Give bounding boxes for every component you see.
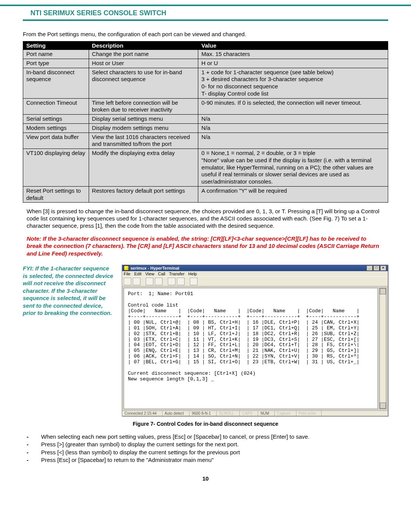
table-cell: Modify the displaying extra delay xyxy=(89,149,198,187)
table-cell: Reset Port settings to default xyxy=(23,186,89,203)
close-button[interactable]: × xyxy=(380,265,386,271)
toolbar-button[interactable] xyxy=(124,278,131,285)
toolbar-button[interactable] xyxy=(177,278,185,285)
table-cell: View port data buffer xyxy=(23,133,89,149)
hyperterminal-window: serimux - HyperTerminal _ □ × FileEditVi… xyxy=(122,265,388,416)
status-segment: Connected 2:15:44 xyxy=(122,411,162,416)
status-segment: CAPS xyxy=(240,411,258,416)
figure-caption: Figure 7- Control Codes for in-band disc… xyxy=(23,421,388,427)
window-buttons: _ □ × xyxy=(366,265,386,271)
table-row: Connection TimeoutTime left before conne… xyxy=(23,98,388,115)
terminal-output: Port: 1; Name: Port01 Control code list … xyxy=(124,288,378,409)
table-header-row: Setting Description Value xyxy=(23,42,388,50)
table-cell: View the last 1016 characters received a… xyxy=(89,133,198,149)
status-segment: SCROLL xyxy=(217,411,240,416)
header-setting: Setting xyxy=(23,42,89,50)
status-segment: NUM xyxy=(258,411,275,416)
window-title: serimux - HyperTerminal xyxy=(131,266,179,270)
list-item: When selecting each new port setting val… xyxy=(27,433,388,441)
minimize-button[interactable]: _ xyxy=(366,265,373,271)
table-cell: Port name xyxy=(23,50,89,59)
document-title: NTI SERIMUX SERIES CONSOLE SWITCH xyxy=(23,9,388,17)
page-number: 10 xyxy=(23,475,388,482)
table-row: Port typeHost or UserH or U xyxy=(23,59,388,68)
paragraph-in-band: When [3] is pressed to change the in-ban… xyxy=(27,208,381,229)
table-cell: N/a xyxy=(198,123,388,133)
table-row: Serial settingsDisplay serial settings m… xyxy=(23,115,388,124)
table-cell: Modem settings xyxy=(23,123,89,133)
header-description: Description xyxy=(89,42,198,50)
menu-item[interactable]: Transfer xyxy=(169,272,185,276)
app-icon xyxy=(124,265,129,271)
menu-item[interactable]: Help xyxy=(188,272,197,276)
table-cell: 0 = None,1 = normal, 2 = double, or 3 = … xyxy=(198,149,388,187)
vertical-scrollbar[interactable] xyxy=(379,288,386,409)
settings-table: Setting Description Value Port nameChang… xyxy=(23,41,388,203)
table-cell: Restores factory default port settings xyxy=(89,186,198,203)
table-cell: A confirmation "Y" will be required xyxy=(198,186,388,203)
table-cell: Serial settings xyxy=(23,115,89,124)
table-row: In-band disconnect sequenceSelect charac… xyxy=(23,68,388,98)
list-item: Press [Esc] or [Spacebar] to return to t… xyxy=(27,456,388,464)
table-cell: Select characters to use for in-band dis… xyxy=(89,68,198,98)
list-item: Press [>] (greater than symbol) to displ… xyxy=(27,441,388,448)
table-cell: VT100 displaying delay xyxy=(23,149,89,187)
top-rule xyxy=(0,5,411,6)
table-cell: Change the port name xyxy=(89,50,198,59)
toolbar-button[interactable] xyxy=(168,278,175,285)
menu-item[interactable]: File xyxy=(124,272,131,276)
table-cell: N/a xyxy=(198,133,388,149)
table-cell: Time left before connection will be brok… xyxy=(89,98,198,115)
toolbar-button[interactable] xyxy=(155,278,162,285)
page: NTI SERIMUX SERIES CONSOLE SWITCH From t… xyxy=(0,9,411,497)
status-segment: Capture xyxy=(275,411,296,416)
table-row: View port data bufferView the last 1016 … xyxy=(23,133,388,149)
table-row: Port nameChange the port nameMax. 15 cha… xyxy=(23,50,388,59)
fyi-and-figure-row: FYI: If the 1-character sequence is sele… xyxy=(23,265,388,416)
hyperterminal-toolbar xyxy=(122,276,388,286)
table-row: Modem settingsDisplay modem settings men… xyxy=(23,123,388,133)
table-cell: 0-90 minutes. If 0 is selected, the conn… xyxy=(198,98,388,115)
status-segment: Print echo xyxy=(296,411,322,416)
table-cell: In-band disconnect sequence xyxy=(23,68,89,98)
hyperterminal-statusbar: Connected 2:15:44Auto detect9600 8-N-1SC… xyxy=(122,411,388,416)
table-cell: Host or User xyxy=(89,59,198,68)
table-cell: Max. 15 characters xyxy=(198,50,388,59)
status-segment: Auto detect xyxy=(162,411,190,416)
table-cell: Display serial settings menu xyxy=(89,115,198,124)
fyi-paragraph: FYI: If the 1-character sequence is sele… xyxy=(23,265,114,317)
toolbar-button[interactable] xyxy=(133,278,140,285)
table-row: Reset Port settings to defaultRestores f… xyxy=(23,186,388,203)
table-cell: Port type xyxy=(23,59,89,68)
table-row: VT100 displaying delayModify the display… xyxy=(23,149,388,187)
table-cell: 1 + code for 1-character sequence (see t… xyxy=(198,68,388,98)
toolbar-button[interactable] xyxy=(190,278,198,285)
menu-item[interactable]: View xyxy=(145,272,155,276)
maximize-button[interactable]: □ xyxy=(373,265,379,271)
header-value: Value xyxy=(198,42,388,50)
table-cell: H or U xyxy=(198,59,388,68)
toolbar-button[interactable] xyxy=(146,278,153,285)
menu-item[interactable]: Edit xyxy=(134,272,142,276)
table-cell: N/a xyxy=(198,115,388,124)
instruction-list: When selecting each new port setting val… xyxy=(27,433,388,464)
intro-paragraph: From the Port settings menu, the configu… xyxy=(23,31,388,37)
list-item: Press [<] (less than symbol) to display … xyxy=(27,449,388,456)
table-cell: Connection Timeout xyxy=(23,98,89,115)
table-cell: Display modem settings menu xyxy=(89,123,198,133)
note-paragraph: Note: If the 3-character disconnect sequ… xyxy=(27,235,381,257)
title-underline xyxy=(23,19,388,21)
hyperterminal-menubar: FileEditViewCallTransferHelp xyxy=(122,271,388,276)
status-segment: 9600 8-N-1 xyxy=(190,411,217,416)
menu-item[interactable]: Call xyxy=(158,272,165,276)
hyperterminal-titlebar: serimux - HyperTerminal _ □ × xyxy=(122,265,388,271)
